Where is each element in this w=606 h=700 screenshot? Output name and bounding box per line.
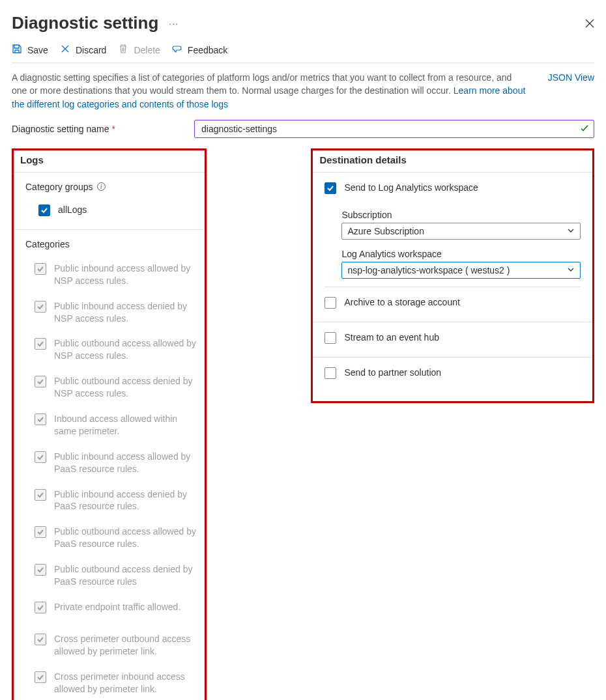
setting-name-input[interactable] [194, 120, 594, 138]
checkbox-category-label: Inbound access allowed within same perim… [54, 413, 197, 438]
chevron-down-icon [567, 226, 575, 236]
checkbox-category-label: Public inbound access allowed by NSP acc… [54, 262, 197, 287]
checkbox-storage-label: Archive to a storage account [344, 296, 459, 309]
command-bar: Save Discard Delete Feedback [12, 33, 594, 63]
checkbox-category [35, 413, 46, 425]
subscription-label: Subscription [341, 210, 581, 220]
checkbox-category [35, 564, 46, 576]
checkbox-category-label: Private endpoint traffic allowed. [54, 601, 180, 613]
page-title: Diagnostic setting [12, 13, 158, 33]
feedback-icon [172, 44, 182, 56]
workspace-label: Log Analytics workspace [341, 249, 581, 259]
checkbox-category [35, 376, 46, 387]
checkbox-category-label: Cross perimeter outbound access allowed … [54, 633, 197, 658]
checkbox-category [35, 489, 46, 501]
feedback-label: Feedback [188, 45, 227, 55]
destination-panel: Destination details Send to Log Analytic… [311, 148, 594, 403]
discard-icon [60, 44, 70, 56]
checkbox-partner[interactable] [325, 367, 336, 379]
valid-check-icon [580, 123, 589, 134]
categories-heading: Categories [25, 239, 205, 249]
checkbox-category [35, 526, 46, 538]
checkbox-category-label: Public inbound access denied by PaaS res… [54, 488, 197, 513]
json-view-link[interactable]: JSON View [548, 72, 594, 83]
checkbox-category [35, 263, 46, 275]
checkbox-category-label: Public outbound access denied by NSP acc… [54, 375, 197, 400]
checkbox-category [35, 602, 46, 613]
workspace-select[interactable]: nsp-log-analytics-workspace ( westus2 ) [341, 262, 581, 279]
more-icon[interactable]: ··· [165, 18, 182, 29]
checkbox-category [35, 671, 46, 683]
checkbox-category-label: Cross perimeter inbound access allowed b… [54, 671, 197, 695]
delete-icon [118, 44, 128, 56]
info-icon[interactable]: i [97, 182, 106, 191]
save-label: Save [27, 45, 48, 55]
checkbox-eventhub[interactable] [325, 332, 336, 344]
save-button[interactable]: Save [12, 44, 48, 56]
checkbox-category-label: Public outbound access denied by PaaS re… [54, 563, 197, 588]
setting-name-label: Diagnostic setting name* [12, 124, 181, 134]
checkbox-eventhub-label: Stream to an event hub [344, 331, 439, 344]
discard-button[interactable]: Discard [60, 44, 106, 56]
subscription-select[interactable]: Azure Subscription [341, 223, 581, 240]
destination-title: Destination details [313, 150, 592, 173]
delete-button: Delete [118, 44, 160, 56]
checkbox-category-label: Public outbound access allowed by NSP ac… [54, 337, 197, 362]
description-text: A diagnostic setting specifies a list of… [12, 71, 528, 111]
checkbox-category-label: Public inbound access denied by NSP acce… [54, 300, 197, 325]
feedback-button[interactable]: Feedback [172, 44, 227, 56]
chevron-down-icon [567, 265, 575, 275]
checkbox-group-label: allLogs [58, 204, 87, 216]
checkbox-category [35, 634, 46, 645]
checkbox-category-label: Public outbound access allowed by PaaS r… [54, 525, 197, 550]
discard-label: Discard [76, 45, 106, 55]
checkbox-log-analytics[interactable] [325, 182, 336, 194]
checkbox-category [35, 301, 46, 313]
checkbox-log-analytics-label: Send to Log Analytics workspace [344, 182, 478, 194]
checkbox-storage[interactable] [325, 297, 336, 309]
logs-title: Logs [14, 150, 205, 173]
checkbox-category [35, 451, 46, 463]
checkbox-group[interactable] [38, 204, 50, 216]
close-icon[interactable] [585, 19, 594, 28]
category-groups-heading: Category groups i [25, 182, 205, 192]
logs-panel: Logs Category groups i allLogs Categorie… [12, 148, 207, 700]
save-icon [12, 44, 22, 56]
checkbox-category [35, 338, 46, 350]
checkbox-category-label: Public inbound access allowed by PaaS re… [54, 451, 197, 475]
checkbox-partner-label: Send to partner solution [344, 367, 441, 379]
delete-label: Delete [134, 45, 160, 55]
